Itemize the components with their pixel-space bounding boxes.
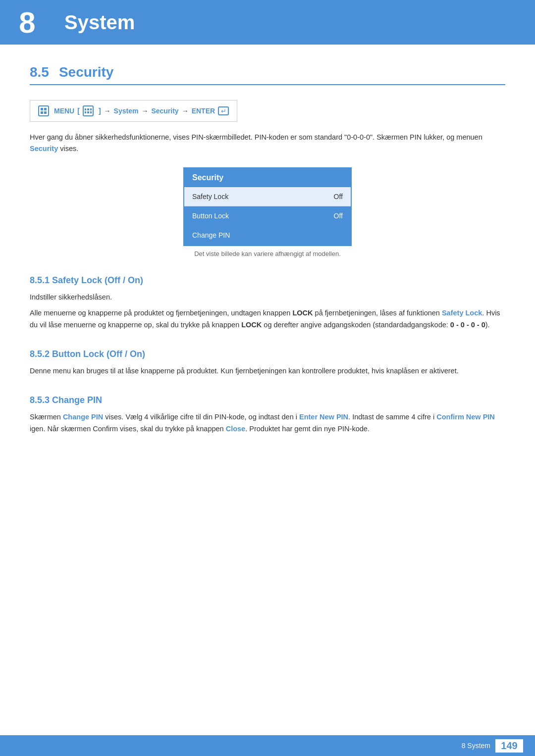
subsection-8-5-2-heading: 8.5.2 Button Lock (Off / On) — [30, 349, 505, 359]
safety-lock-label: Safety Lock — [192, 193, 228, 201]
enter-new-pin-bold: Enter New PIN — [299, 413, 348, 421]
confirm-new-pin-bold: Confirm New PIN — [436, 413, 495, 421]
close-bold: Close — [226, 425, 246, 433]
lock-bold-1: LOCK — [292, 309, 313, 317]
section-number: 8.5 — [30, 64, 49, 80]
safety-lock-bold: Safety Lock — [442, 309, 482, 317]
chapter-title: System — [54, 11, 135, 34]
chapter-number: 8 — [19, 5, 35, 40]
arrow3: → — [182, 107, 189, 115]
ui-mockup: Security Safety Lock Off Button Lock Off… — [183, 167, 352, 246]
ui-menu-header: Security — [184, 168, 351, 187]
subsection-8-5-1-para2: Alle menuerne og knapperne på produktet … — [30, 307, 505, 331]
lock-bold-2: LOCK — [241, 321, 262, 329]
button-lock-label: Button Lock — [192, 212, 229, 220]
subsection-8-5-1: 8.5.1 Safety Lock (Off / On) Indstiller … — [30, 275, 505, 331]
page-footer: 8 System 149 — [0, 735, 535, 756]
menu-grid-icon — [83, 105, 94, 116]
ui-menu-item-safety-lock: Safety Lock Off — [184, 187, 351, 206]
change-pin-bold: Change PIN — [63, 413, 103, 421]
menu-path: MENU [ ] → System → Security → ENTER ↵ — [30, 100, 237, 122]
enter-label: ENTER — [192, 107, 215, 115]
ui-menu-item-button-lock: Button Lock Off — [184, 206, 351, 226]
menu-label: MENU — [54, 107, 74, 115]
chapter-number-box: 8 — [0, 0, 54, 45]
ui-mockup-caption: Det viste billede kan variere afhængigt … — [194, 250, 341, 257]
subsection-8-5-1-para1: Indstiller sikkerhedslåsen. — [30, 292, 505, 303]
menu-security: Security — [151, 107, 178, 115]
menu-bracket-open: [ — [77, 107, 80, 115]
main-content: 8.5 Security MENU [ ] → System → Securit… — [0, 45, 535, 461]
subsection-8-5-1-heading: 8.5.1 Safety Lock (Off / On) — [30, 275, 505, 286]
safety-lock-value: Off — [334, 193, 343, 201]
enter-icon: ↵ — [218, 106, 229, 115]
subsection-8-5-2: 8.5.2 Button Lock (Off / On) Denne menu … — [30, 349, 505, 377]
chapter-header: 8 System — [0, 0, 535, 45]
footer-page-number: 149 — [495, 739, 523, 753]
menu-bracket-close: ] — [99, 107, 101, 115]
change-pin-label: Change PIN — [192, 231, 230, 239]
subsection-8-5-3-heading: 8.5.3 Change PIN — [30, 395, 505, 405]
menu-icon — [38, 105, 49, 116]
section-title: Security — [59, 64, 114, 80]
default-pin: 0 - 0 - 0 - 0 — [450, 321, 485, 329]
arrow1: → — [104, 107, 111, 115]
ui-menu-item-change-pin: Change PIN — [184, 226, 351, 245]
subsection-8-5-3-para1: Skærmen Change PIN vises. Vælg 4 vilkårl… — [30, 411, 505, 435]
section-heading: 8.5 Security — [30, 64, 505, 85]
subsection-8-5-2-para1: Denne menu kan bruges til at låse knappe… — [30, 365, 505, 377]
arrow2: → — [141, 107, 148, 115]
intro-paragraph: Hver gang du åbner sikkerhedsfunktionern… — [30, 132, 505, 154]
security-inline-bold: Security — [30, 145, 58, 152]
button-lock-value: Off — [334, 212, 343, 220]
footer-chapter-label: 8 System — [462, 742, 490, 750]
subsection-8-5-3: 8.5.3 Change PIN Skærmen Change PIN vise… — [30, 395, 505, 435]
menu-system: System — [114, 107, 139, 115]
ui-mockup-wrapper: Security Safety Lock Off Button Lock Off… — [30, 167, 505, 257]
